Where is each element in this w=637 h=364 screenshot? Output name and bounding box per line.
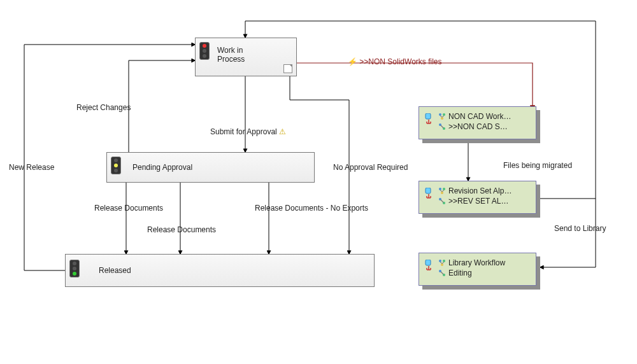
branch-icon bbox=[438, 269, 446, 277]
bolt-icon: ⚡ bbox=[348, 57, 357, 66]
link-line2: Editing bbox=[448, 269, 472, 277]
label-text: >>NON SolidWorks files bbox=[359, 57, 441, 66]
connector-layer bbox=[0, 0, 637, 364]
edge-label-reject-changes: Reject Changes bbox=[76, 103, 131, 112]
edge-label-release-documents-no-exports: Release Documents - No Exports bbox=[255, 204, 368, 213]
link-line1: Library Workflow bbox=[448, 258, 505, 267]
state-pending-approval[interactable]: Pending Approval bbox=[106, 152, 315, 183]
label-text: Submit for Approval bbox=[210, 127, 277, 136]
state-label: Released bbox=[99, 266, 131, 275]
svg-point-13 bbox=[439, 260, 441, 262]
state-work-in-process[interactable]: Work in Process bbox=[195, 38, 297, 76]
link-lines: Library Workflow Editing bbox=[438, 258, 532, 277]
edge-label-release-documents-1: Release Documents bbox=[94, 204, 163, 213]
link-node-revision-set[interactable]: Revision Set Alp… >>REV SET AL… bbox=[419, 181, 536, 214]
traffic-light-icon bbox=[199, 42, 210, 60]
link-workflow-icon bbox=[424, 188, 434, 200]
link-line1: Revision Set Alp… bbox=[448, 186, 512, 195]
link-workflow-icon bbox=[424, 260, 434, 272]
traffic-light-icon bbox=[111, 157, 121, 174]
link-lines: NON CAD Work… >>NON CAD S… bbox=[438, 112, 532, 131]
edge-label-non-solidworks: ⚡ >>NON SolidWorks files bbox=[348, 57, 442, 66]
traffic-light-icon bbox=[69, 260, 80, 277]
link-line1: NON CAD Work… bbox=[448, 112, 511, 121]
svg-rect-12 bbox=[426, 260, 431, 265]
svg-point-7 bbox=[439, 188, 441, 190]
edge-label-release-documents-2: Release Documents bbox=[147, 225, 216, 234]
state-label: Pending Approval bbox=[132, 163, 192, 172]
warning-icon: ⚠ bbox=[279, 127, 286, 136]
branch-icon bbox=[438, 123, 446, 130]
svg-point-14 bbox=[443, 260, 445, 262]
state-label: Work in Process bbox=[217, 46, 245, 64]
svg-rect-0 bbox=[426, 113, 431, 119]
branch-icon bbox=[438, 113, 446, 120]
branch-icon bbox=[438, 187, 446, 195]
page-icon bbox=[283, 64, 292, 73]
svg-rect-6 bbox=[426, 188, 431, 193]
link-line2: >>NON CAD S… bbox=[448, 122, 508, 131]
edge-label-new-release: New Release bbox=[9, 163, 54, 172]
branch-icon bbox=[438, 259, 446, 267]
link-lines: Revision Set Alp… >>REV SET AL… bbox=[438, 186, 532, 206]
link-workflow-icon bbox=[424, 113, 434, 126]
workflow-diagram: Work in Process Pending Approval Release… bbox=[0, 0, 637, 364]
edge-label-send-to-library: Send to Library bbox=[554, 224, 606, 233]
edge-label-no-approval-required: No Approval Required bbox=[333, 163, 408, 172]
edge-label-submit-for-approval: Submit for Approval ⚠ bbox=[210, 127, 286, 136]
state-released[interactable]: Released bbox=[65, 254, 375, 287]
svg-point-8 bbox=[443, 188, 445, 190]
edge-label-files-being-migrated: Files being migrated bbox=[503, 161, 572, 170]
svg-point-2 bbox=[443, 113, 445, 116]
svg-point-1 bbox=[439, 113, 441, 116]
link-node-library[interactable]: Library Workflow Editing bbox=[419, 253, 536, 286]
link-line2: >>REV SET AL… bbox=[448, 197, 509, 206]
branch-icon bbox=[438, 197, 446, 205]
link-node-noncad[interactable]: NON CAD Work… >>NON CAD S… bbox=[419, 106, 536, 139]
